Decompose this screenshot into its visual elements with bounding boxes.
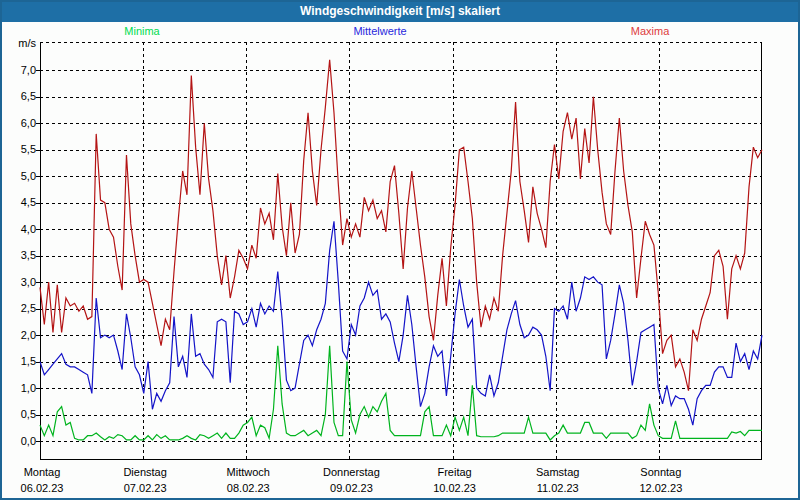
x-date-label: 09.02.23 (330, 482, 373, 494)
x-day-label: Mittwoch (227, 466, 270, 478)
legend-item-mittelwerte: Mittelwerte (353, 25, 406, 37)
x-day-label: Sonntag (640, 466, 681, 478)
y-tick-label: 2,5 (2, 302, 36, 315)
legend-item-minima: Minima (124, 25, 159, 37)
y-tick-label: 4,5 (2, 196, 36, 209)
x-day-label: Donnerstag (323, 466, 380, 478)
x-date-label: 06.02.23 (21, 482, 64, 494)
y-tick-label: 5,5 (2, 143, 36, 156)
x-date-label: 10.02.23 (433, 482, 476, 494)
x-day-label: Montag (24, 466, 61, 478)
x-day-label: Samstag (536, 466, 579, 478)
x-date-label: 11.02.23 (537, 482, 579, 494)
plot-area (40, 42, 762, 460)
y-tick-label: 5,0 (2, 170, 36, 183)
window-title: Windgeschwindigkeit [m/s] skaliert (300, 4, 500, 18)
series-maxima-line (40, 60, 762, 391)
series-mittelwerte-line (40, 221, 762, 425)
y-tick-label: 6,5 (2, 90, 36, 103)
window-titlebar: Windgeschwindigkeit [m/s] skaliert (0, 0, 800, 22)
y-tick-label: 1,0 (2, 382, 36, 395)
series-minima-line (40, 346, 762, 440)
x-day-label: Freitag (437, 466, 471, 478)
y-tick-label: 3,0 (2, 276, 36, 289)
y-tick-label: 2,0 (2, 329, 36, 342)
x-day-label: Dienstag (123, 466, 166, 478)
y-axis-unit-label: m/s (2, 37, 36, 50)
y-tick-label: 0,5 (2, 408, 36, 421)
plot-svg (40, 42, 762, 460)
chart-legend: Minima Mittelwerte Maxima (2, 25, 798, 39)
legend-item-maxima: Maxima (631, 25, 670, 37)
app-window: Windgeschwindigkeit [m/s] skaliert Minim… (0, 0, 800, 500)
x-date-label: 07.02.23 (124, 482, 167, 494)
y-tick-label: 4,0 (2, 223, 36, 236)
x-date-label: 12.02.23 (639, 482, 682, 494)
y-tick-label: 0,0 (2, 435, 36, 448)
y-tick-label: 6,0 (2, 117, 36, 130)
y-tick-label: 1,5 (2, 355, 36, 368)
y-tick-label: 3,5 (2, 249, 36, 262)
y-tick-label: 7,0 (2, 64, 36, 77)
x-date-label: 08.02.23 (227, 482, 270, 494)
